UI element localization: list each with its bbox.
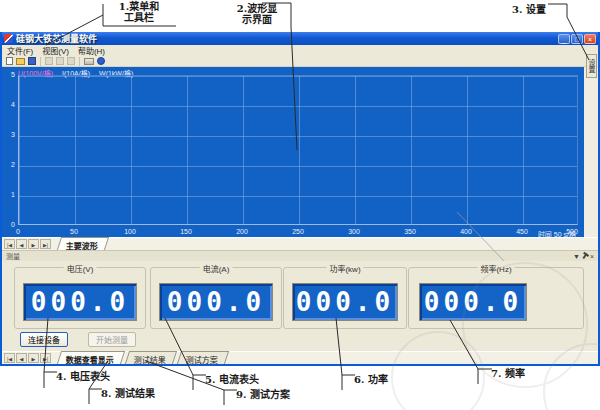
- right-strip: [584, 67, 598, 237]
- bottom-tab-nav: |◀ ◀ ▶ ▶|: [4, 353, 51, 363]
- minimize-button[interactable]: _: [558, 34, 570, 44]
- tab-test-plan-label: 测试方案: [186, 355, 218, 367]
- pane-menu-icon[interactable]: ▼: [573, 252, 580, 261]
- save-icon[interactable]: [28, 57, 36, 65]
- close-button[interactable]: ×: [584, 34, 596, 44]
- nav-first-icon[interactable]: |◀: [4, 239, 15, 249]
- maximize-button[interactable]: □: [571, 34, 583, 44]
- callout-waveform-area: 2.波形显 示界面: [227, 3, 287, 25]
- callout-menu-toolbar-line2: 工具栏: [103, 12, 175, 23]
- x-tick: 0: [8, 228, 28, 235]
- nav-prev-icon[interactable]: ◀: [16, 353, 27, 363]
- voltage-meter-label: 电压(V): [64, 263, 97, 274]
- chart-tab-bar: |◀ ◀ ▶ ▶| 主要波形: [2, 237, 598, 250]
- x-tick: 350: [400, 228, 420, 235]
- voltage-display: 000.0: [23, 283, 137, 321]
- menu-bar: 文件(F) 视图(V) 帮助(H): [2, 45, 598, 56]
- x-tick: 300: [344, 228, 364, 235]
- x-tick: 150: [176, 228, 196, 235]
- start-measure-button[interactable]: 开始测量: [88, 332, 136, 347]
- app-icon: [4, 34, 13, 43]
- connect-device-button[interactable]: 连接设备: [20, 332, 68, 347]
- power-display: 000.0: [292, 283, 398, 321]
- y-tick: 1: [4, 191, 15, 198]
- screenshot-page: 硅钢大铁芯测量软件 _ □ × 文件(F) 视图(V) 帮助(H): [0, 0, 600, 410]
- callout-waveform-line1: 2.波形显: [227, 3, 287, 14]
- toolbar-separator: [79, 57, 80, 66]
- about-icon[interactable]: [97, 57, 105, 65]
- pane-controls: ▼ ×: [573, 252, 594, 261]
- nav-last-icon[interactable]: ▶|: [40, 353, 51, 363]
- tab-test-plan[interactable]: 测试方案: [177, 351, 229, 364]
- open-icon[interactable]: [16, 58, 25, 65]
- callout-test-results: 8. 测试结果: [101, 388, 155, 399]
- current-meter-label: 电流(A): [200, 263, 233, 274]
- new-icon[interactable]: [6, 57, 13, 65]
- meter-pane: 电压(V) 000.0 电流(A) 000.0 功率(kw) 000.0 频率(…: [2, 261, 598, 351]
- menu-help[interactable]: 帮助(H): [78, 45, 105, 56]
- nav-next-icon[interactable]: ▶: [28, 353, 39, 363]
- app-window: 硅钢大铁芯测量软件 _ □ × 文件(F) 视图(V) 帮助(H): [0, 32, 600, 366]
- current-display: 000.0: [159, 283, 273, 321]
- callout-voltage-meter: 4. 电压表头: [56, 371, 110, 382]
- y-tick: 0: [4, 221, 15, 228]
- toolbar-separator: [40, 57, 41, 66]
- toolbar: [2, 56, 598, 67]
- x-tick: 250: [288, 228, 308, 235]
- nav-prev-icon[interactable]: ◀: [16, 239, 27, 249]
- pane-caption: 测量: [6, 251, 573, 261]
- callout-test-plan: 9. 测试方案: [236, 389, 290, 400]
- frequency-display: 000.0: [419, 283, 527, 321]
- tab-test-results[interactable]: 测试结果: [125, 351, 177, 364]
- nav-last-icon[interactable]: ▶|: [40, 239, 51, 249]
- print-icon[interactable]: [84, 58, 94, 65]
- x-tick: 450: [512, 228, 532, 235]
- menu-view[interactable]: 视图(V): [42, 45, 69, 56]
- title-bar[interactable]: 硅钢大铁芯测量软件 _ □ ×: [2, 32, 598, 45]
- tab-data-view-label: 数据查看显示: [66, 355, 114, 367]
- menu-file[interactable]: 文件(F): [7, 45, 33, 56]
- bracket-3: [548, 4, 567, 17]
- nav-first-icon[interactable]: |◀: [4, 353, 15, 363]
- tab-main-waveform[interactable]: 主要波形: [57, 237, 109, 250]
- nav-next-icon[interactable]: ▶: [28, 239, 39, 249]
- callout-frequency: 7. 频率: [491, 368, 525, 379]
- tab-test-results-label: 测试结果: [134, 355, 166, 367]
- frequency-meter-label: 频率(Hz): [477, 263, 514, 274]
- y-tick: 3: [4, 131, 15, 138]
- power-meter-label: 功率(kw): [326, 263, 363, 274]
- waveform-chart: U(100V/格) I(10A/格) W(1kW/格) 5 4 3 2 1 0 …: [2, 67, 584, 237]
- y-tick: 4: [4, 101, 15, 108]
- callout-power: 6. 功率: [354, 374, 388, 385]
- pane-header: 测量 ▼ ×: [2, 250, 598, 261]
- window-controls: _ □ ×: [558, 34, 596, 44]
- x-tick: 100: [120, 228, 140, 235]
- x-tick: 200: [232, 228, 252, 235]
- callout-waveform-line2: 示界面: [227, 14, 287, 25]
- copy-icon[interactable]: [56, 57, 64, 65]
- pin-icon[interactable]: [582, 253, 587, 259]
- callout-settings: 3. 设置: [512, 4, 546, 15]
- paste-icon[interactable]: [67, 57, 75, 65]
- x-tick: 50: [64, 228, 84, 235]
- window-title: 硅钢大铁芯测量软件: [16, 32, 558, 45]
- callout-menu-toolbar: 1.菜单和 工具栏: [103, 1, 175, 23]
- current-meter-group: 电流(A) 000.0: [150, 267, 282, 329]
- chart-tab-nav: |◀ ◀ ▶ ▶|: [4, 239, 51, 249]
- plot-area: [18, 75, 578, 225]
- y-tick: 2: [4, 161, 15, 168]
- pane-close-icon[interactable]: ×: [590, 252, 594, 261]
- time-axis-label: 时间 50 s/格: [538, 229, 576, 237]
- y-tick: 5: [4, 71, 15, 78]
- callout-current-meter: 5. 电流表头: [205, 374, 259, 385]
- x-tick: 400: [456, 228, 476, 235]
- callout-menu-toolbar-line1: 1.菜单和: [103, 1, 175, 12]
- bracket-7: [478, 369, 492, 384]
- bottom-tab-bar: |◀ ◀ ▶ ▶| 数据查看显示 测试结果 测试方案: [2, 351, 598, 364]
- power-meter-group: 功率(kw) 000.0: [283, 267, 407, 329]
- cut-icon[interactable]: [45, 57, 53, 65]
- frequency-meter-group: 频率(Hz) 000.0: [408, 267, 584, 329]
- voltage-meter-group: 电压(V) 000.0: [14, 267, 146, 329]
- tab-data-view[interactable]: 数据查看显示: [57, 351, 125, 364]
- settings-side-tab[interactable]: 设置: [586, 54, 597, 78]
